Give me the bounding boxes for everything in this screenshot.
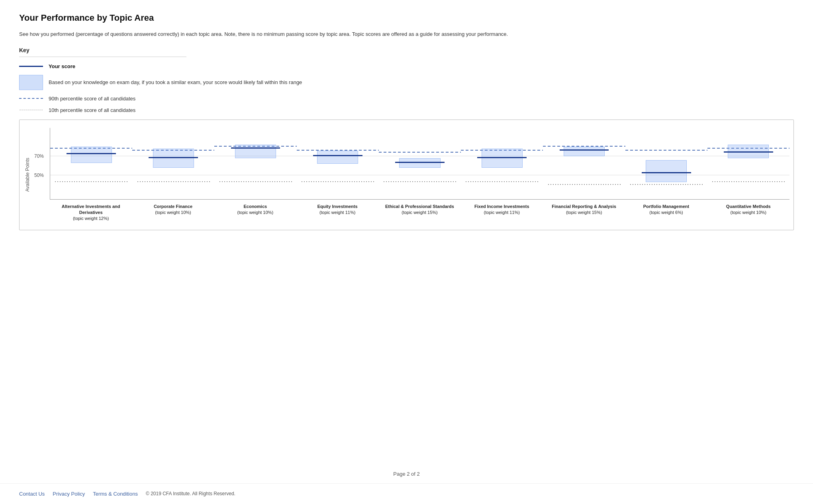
dotted-percentile-line [711,181,786,182]
x-label: Equity Investments(topic weight 11%) [296,204,378,222]
x-label: Financial Reporting & Analysis(topic wei… [543,204,625,222]
terms-link[interactable]: Terms & Conditions [93,491,138,497]
dotted-percentile-line [137,181,211,182]
contact-link[interactable]: Contact Us [19,491,45,497]
range-box [235,145,276,158]
x-label: Ethical & Professional Standards(topic w… [378,204,460,222]
key-10th-label: 10th percentile score of all candidates [49,107,135,113]
key-score-label: Your score [49,63,75,69]
dotted-percentile-line [383,181,457,182]
dashed-percentile-line [625,150,707,151]
x-label: Corporate Finance(topic weight 10%) [132,204,214,222]
x-label: Portfolio Management(topic weight 6%) [625,204,707,222]
key-item-range: Based on your knowledge on exam day, if … [19,75,794,90]
footer-links: Contact Us Privacy Policy Terms & Condit… [19,491,235,497]
score-line [642,172,691,173]
chart-wrapper: Available Points 70% 50% [24,128,789,222]
footer: Contact Us Privacy Policy Terms & Condit… [0,483,813,504]
range-box [71,147,112,163]
y-axis-label: Available Points [24,128,31,222]
chart-container: Available Points 70% 50% [19,120,794,230]
x-label: Fixed Income Investments(topic weight 11… [461,204,543,222]
dotted-percentile-line [547,184,621,185]
bar-group [297,128,379,199]
dotted-percentile-line [301,181,375,182]
key-item-10th: 10th percentile score of all candidates [19,107,794,113]
bar-group [379,128,461,199]
bars-container [50,128,789,199]
key-90th-label: 90th percentile score of all candidates [49,96,135,102]
range-box-icon [19,75,43,90]
key-item-score: Your score [19,63,794,69]
privacy-link[interactable]: Privacy Policy [53,491,85,497]
range-box [646,160,687,182]
bar-group [543,128,625,199]
score-line [560,149,609,151]
score-line [477,157,527,158]
dashed-line-icon [19,98,43,99]
score-line [724,151,773,153]
score-line [313,155,362,156]
dotted-percentile-line [219,181,293,182]
key-section: Key Your score Based on your knowledge o… [19,47,794,113]
x-label: Economics(topic weight 10%) [214,204,296,222]
range-box [317,151,358,164]
dotted-percentile-line [54,181,128,182]
page-title: Your Performance by Topic Area [19,13,794,23]
score-line [395,162,445,163]
dotted-percentile-line [465,181,539,182]
grid-label-70: 70% [34,153,44,159]
bar-group [625,128,707,199]
key-item-90th: 90th percentile score of all candidates [19,96,794,102]
bar-group [461,128,543,199]
chart-area: 70% 50% Alternative Investments and Deri… [35,128,789,222]
x-label: Quantitative Methods(topic weight 10%) [707,204,789,222]
grid-label-50: 50% [34,173,44,178]
chart-grid: 70% 50% [50,128,789,200]
bar-group [214,128,296,199]
bar-group [50,128,132,199]
score-line [67,153,116,154]
x-label: Alternative Investments and Derivatives(… [50,204,132,222]
key-title: Key [19,47,794,53]
dashed-percentile-line [379,152,461,153]
bar-group [132,128,214,199]
score-line [231,147,280,149]
page-number: Page 2 of 2 [0,468,813,483]
dotted-line-icon [19,110,43,110]
bar-group [707,128,789,199]
x-labels-container: Alternative Investments and Derivatives(… [35,204,789,222]
dotted-percentile-line [629,184,703,185]
range-box [399,158,440,168]
key-range-label: Based on your knowledge on exam day, if … [49,79,302,85]
key-divider [19,57,186,57]
score-line-icon [19,66,43,67]
range-box [564,147,605,156]
description-text: See how you performed (percentage of que… [19,30,794,38]
copyright-text: © 2019 CFA Institute. All Rights Reserve… [146,491,235,497]
score-line [149,157,198,158]
